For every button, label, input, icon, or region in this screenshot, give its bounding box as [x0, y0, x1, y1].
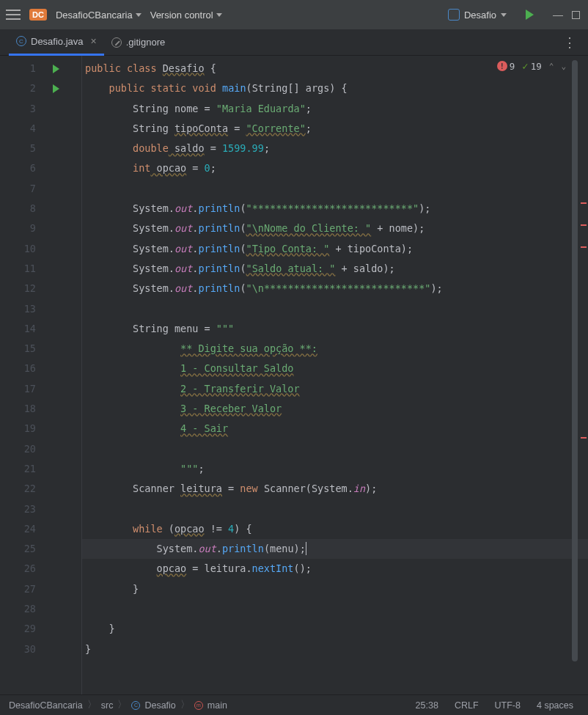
line-number[interactable]: 22 [0, 479, 43, 499]
code-line[interactable] [82, 599, 588, 619]
code-line[interactable] [82, 499, 588, 519]
titlebar: DC DesafioCBancaria Version control Desa… [0, 0, 588, 29]
line-number[interactable]: 18 [0, 399, 43, 419]
minimize-button[interactable]: — [553, 9, 563, 21]
code-line[interactable]: System.out.println("Tipo Conta: " + tipo… [82, 239, 588, 259]
vcs-dropdown[interactable]: Version control [150, 10, 222, 21]
code-line[interactable]: 1 - Consultar Saldo [82, 359, 588, 378]
line-number[interactable]: 21 [0, 459, 43, 479]
line-number[interactable]: 25 [0, 539, 43, 559]
code-area[interactable]: !9 ✓19 ⌃ ⌄ public class Desafio { public… [82, 56, 588, 694]
code-line[interactable]: 3 - Receber Valor [82, 399, 588, 419]
code-line[interactable]: ** Digite sua opção **: [82, 339, 588, 359]
tab-more-button[interactable]: ⋮ [551, 34, 588, 51]
line-number[interactable]: 12 [0, 279, 43, 298]
code-line-active[interactable]: System.out.println(menu); [82, 539, 588, 559]
line-number[interactable]: 16 [0, 359, 43, 378]
code-line[interactable]: Scanner leitura = new Scanner(System.in)… [82, 479, 588, 499]
caret-position[interactable]: 25:38 [410, 700, 444, 711]
code-line[interactable]: double saldo = 1599.99; [82, 139, 588, 158]
line-number[interactable]: 23 [0, 499, 43, 519]
error-stripe[interactable] [579, 56, 588, 694]
line-number[interactable]: 10 [0, 239, 43, 259]
vertical-scrollbar[interactable] [572, 60, 578, 661]
line-number[interactable]: 20 [0, 439, 43, 459]
line-number[interactable]: 6 [0, 158, 43, 178]
code-line[interactable]: 4 - Sair [82, 419, 588, 439]
main-menu-icon[interactable] [6, 10, 21, 20]
code-line[interactable]: } [82, 639, 588, 659]
line-number[interactable]: 14 [0, 319, 43, 339]
line-gutter: 1 2 3 4 5 6 7 8 9 10 11 12 13 14 15 16 1… [0, 56, 44, 694]
line-separator[interactable]: CRLF [449, 700, 485, 711]
code-line[interactable] [82, 299, 588, 319]
code-line[interactable]: System.out.println("********************… [82, 199, 588, 219]
indent-setting[interactable]: 4 spaces [531, 700, 579, 711]
line-number[interactable]: 7 [0, 179, 43, 199]
line-number[interactable]: 13 [0, 299, 43, 319]
warning-badge[interactable]: ✓19 [522, 60, 542, 72]
line-number[interactable]: 17 [0, 379, 43, 399]
code-line[interactable]: """; [82, 459, 588, 479]
run-line-button[interactable] [44, 59, 67, 78]
code-line[interactable]: System.out.println("\nNome do Cliente: "… [82, 219, 588, 238]
run-button[interactable] [526, 10, 534, 20]
breadcrumb-separator: 〉 [117, 699, 127, 711]
maximize-button[interactable] [572, 11, 582, 19]
encoding[interactable]: UTF-8 [489, 700, 526, 711]
code-line[interactable]: System.out.println("Saldo atual: " + sal… [82, 259, 588, 279]
error-marker[interactable] [581, 246, 587, 248]
line-number[interactable]: 11 [0, 259, 43, 279]
tab-gitignore[interactable]: .gitignore [104, 29, 172, 56]
inspection-widget[interactable]: !9 ✓19 ⌃ ⌄ [497, 60, 566, 72]
code-line[interactable]: while (opcao != 4) { [82, 519, 588, 539]
next-highlight-button[interactable]: ⌄ [561, 62, 566, 71]
code-line[interactable]: 2 - Transferir Valor [82, 379, 588, 399]
code-line[interactable]: opcao = leitura.nextInt(); [82, 559, 588, 579]
line-number[interactable]: 5 [0, 139, 43, 158]
line-number[interactable]: 15 [0, 339, 43, 359]
error-marker[interactable] [581, 437, 587, 439]
error-marker[interactable] [581, 202, 587, 204]
breadcrumb-method[interactable]: main [207, 700, 227, 711]
code-line[interactable]: } [82, 579, 588, 599]
tab-desafio-java[interactable]: C Desafio.java × [9, 29, 104, 56]
error-badge[interactable]: !9 [497, 61, 515, 72]
line-number[interactable]: 30 [0, 639, 43, 659]
breadcrumb-project[interactable]: DesafioCBancaria [9, 700, 83, 711]
error-marker[interactable] [581, 224, 587, 226]
check-icon: ✓ [522, 60, 528, 72]
run-config-dropdown[interactable]: Desafio [448, 9, 507, 21]
tab-label: .gitignore [126, 37, 165, 48]
code-line[interactable]: System.out.println("\n******************… [82, 279, 588, 298]
code-line[interactable]: } [82, 619, 588, 639]
breadcrumb-class[interactable]: Desafio [144, 700, 175, 711]
line-number[interactable]: 9 [0, 219, 43, 238]
line-number[interactable]: 27 [0, 579, 43, 599]
prev-highlight-button[interactable]: ⌃ [549, 62, 554, 71]
line-number[interactable]: 28 [0, 599, 43, 619]
line-number[interactable]: 29 [0, 619, 43, 639]
line-number[interactable]: 24 [0, 519, 43, 539]
close-tab-button[interactable]: × [91, 35, 97, 47]
code-line[interactable]: String menu = """ [82, 319, 588, 339]
code-line[interactable]: String nome = "Maria Eduarda"; [82, 99, 588, 119]
code-line[interactable]: String tipoConta = "Corrente"; [82, 119, 588, 139]
line-number[interactable]: 4 [0, 119, 43, 139]
code-line[interactable]: public static void main(String[] args) { [82, 78, 588, 98]
line-number[interactable]: 3 [0, 99, 43, 119]
line-number[interactable]: 8 [0, 199, 43, 219]
code-line[interactable] [82, 439, 588, 459]
error-count: 9 [510, 61, 515, 72]
breadcrumb-src[interactable]: src [101, 700, 114, 711]
line-number[interactable]: 2 [0, 78, 43, 98]
code-line[interactable] [82, 179, 588, 199]
project-badge: DC [29, 9, 47, 21]
run-line-button[interactable] [44, 78, 67, 98]
project-dropdown[interactable]: DesafioCBancaria [56, 10, 142, 21]
line-number[interactable]: 19 [0, 419, 43, 439]
code-line[interactable]: int opcao = 0; [82, 158, 588, 178]
line-number[interactable]: 26 [0, 559, 43, 579]
line-number[interactable]: 1 [0, 59, 43, 78]
chevron-down-icon [501, 13, 507, 17]
